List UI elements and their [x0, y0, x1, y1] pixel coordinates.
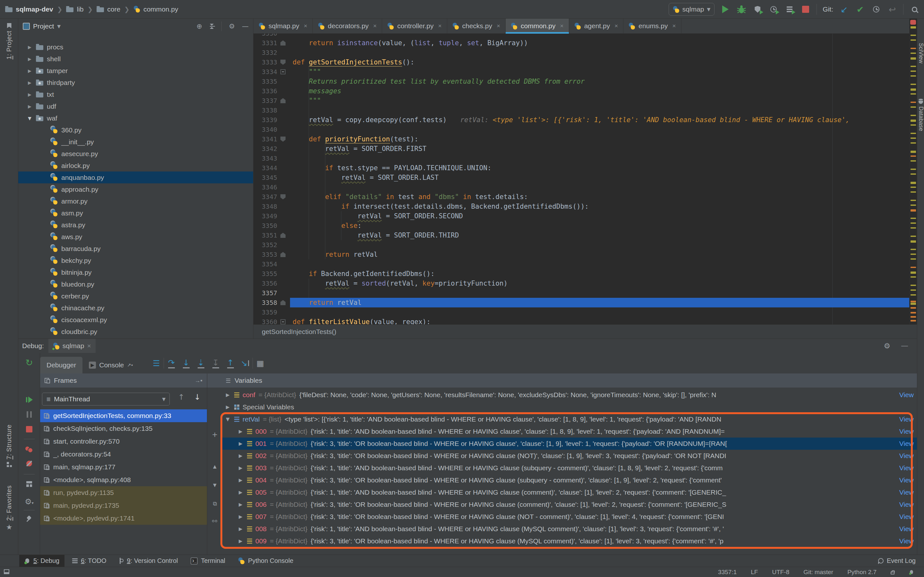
stop-button[interactable]: [800, 4, 811, 15]
run-configuration-select[interactable]: sqlmap ▼: [669, 3, 714, 16]
tree-arrow-icon[interactable]: ▶: [28, 45, 32, 50]
variable-row[interactable]: ▶003= {AttribDict}{'risk': 1, 'title': '…: [222, 462, 917, 474]
tab-checks.py[interactable]: checks.py×: [447, 19, 506, 33]
view-link[interactable]: View: [899, 488, 914, 496]
locate-button[interactable]: ⊕: [197, 23, 202, 30]
chevron-down-icon[interactable]: ▼: [57, 24, 61, 29]
close-icon[interactable]: ×: [87, 342, 91, 350]
scroll-up-button[interactable]: ▲: [207, 464, 222, 469]
project-item-barracuda.py[interactable]: barracuda.py: [18, 243, 254, 255]
tool-window-toggle[interactable]: [4, 569, 9, 574]
tree-arrow-icon[interactable]: ▶: [239, 465, 244, 471]
tree-arrow-icon[interactable]: ▶: [239, 538, 244, 544]
settings-gear-button[interactable]: ⚙: [884, 342, 890, 350]
event-log-button[interactable]: Event Log: [878, 554, 916, 567]
editor-error-stripe[interactable]: [909, 19, 917, 324]
view-link[interactable]: View: [899, 501, 914, 508]
show-execution-point-button[interactable]: ☰: [149, 359, 164, 368]
project-item-cloudbric.py[interactable]: cloudbric.py: [18, 326, 254, 338]
tree-arrow-icon[interactable]: ▼: [226, 416, 231, 422]
variable-row[interactable]: ▶006= {AttribDict}{'risk': 3, 'title': '…: [222, 498, 917, 511]
pin-button[interactable]: [18, 516, 40, 522]
tool-button-database[interactable]: Database: [917, 99, 924, 131]
python-interpreter-widget[interactable]: Python 2.7: [847, 569, 877, 576]
variable-row[interactable]: ▶Special Variables: [222, 401, 917, 413]
tree-arrow-icon[interactable]: ▶: [239, 514, 244, 520]
debug-settings-button[interactable]: ⚙▾: [18, 497, 40, 506]
tab-agent.py[interactable]: agent.py×: [569, 19, 624, 33]
tree-arrow-icon[interactable]: ▶: [226, 404, 231, 410]
tab-console[interactable]: ▶ Console ↗▪: [82, 357, 139, 374]
view-link[interactable]: View: [899, 525, 914, 533]
project-item-ciscoacexml.py[interactable]: ciscoacexml.py: [18, 314, 254, 326]
tree-arrow-icon[interactable]: ▶: [28, 92, 32, 97]
tree-arrow-icon[interactable]: ▶: [239, 429, 244, 434]
frame-row[interactable]: checkSqlInjection, checks.py:135: [40, 422, 207, 435]
evaluate-expression-button[interactable]: ▦: [253, 359, 268, 368]
view-link[interactable]: View: [899, 537, 914, 545]
project-item-aesecure.py[interactable]: aesecure.py: [18, 148, 254, 160]
run-with-coverage-button[interactable]: [752, 4, 762, 15]
lock-icon[interactable]: [891, 572, 895, 574]
close-icon[interactable]: ×: [614, 23, 618, 29]
project-item-waf[interactable]: ▼waf: [18, 112, 254, 124]
settings-gear-button[interactable]: ⚙: [229, 23, 235, 30]
variable-row[interactable]: ▶001= {AttribDict}{'risk': 3, 'title': '…: [222, 438, 917, 450]
tool-window-button-versioncontrol[interactable]: 9: Version Control: [114, 555, 183, 567]
tab-common.py[interactable]: common.py×: [506, 19, 569, 33]
breadcrumb-item-core[interactable]: core: [107, 5, 120, 13]
project-item-airlock.py[interactable]: airlock.py: [18, 160, 254, 171]
variable-row[interactable]: ▶007= {AttribDict}{'risk': 3, 'title': '…: [222, 511, 917, 523]
tool-window-button-todo[interactable]: 6: TODO: [67, 555, 111, 567]
tree-arrow-icon[interactable]: ▶: [239, 526, 244, 532]
view-link[interactable]: View: [899, 440, 914, 448]
tree-arrow-icon[interactable]: ▶: [239, 490, 244, 495]
tree-arrow-icon[interactable]: ▶: [28, 56, 32, 61]
frame-row[interactable]: <module>, pydevd.py:1741: [40, 512, 207, 525]
close-icon[interactable]: ×: [304, 23, 307, 29]
file-encoding[interactable]: UTF-8: [772, 569, 789, 576]
pause-button[interactable]: [18, 411, 40, 418]
frame-row[interactable]: _, decorators.py:54: [40, 448, 207, 461]
step-into-button[interactable]: ↓: [179, 358, 194, 368]
frame-row[interactable]: start, controller.py:570: [40, 435, 207, 448]
restore-layout-button[interactable]: ⧉: [207, 500, 222, 507]
variable-row[interactable]: ▶005= {AttribDict}{'risk': 1, 'title': '…: [222, 486, 917, 498]
restore-layout-button[interactable]: [18, 481, 40, 487]
step-out-button[interactable]: ↑: [223, 358, 238, 368]
hide-panel-button[interactable]: —: [242, 23, 249, 30]
close-icon[interactable]: ×: [373, 23, 376, 29]
tab-debugger[interactable]: Debugger: [40, 357, 82, 374]
stop-button[interactable]: [18, 426, 40, 432]
breadcrumb-item-common.py[interactable]: common.py: [144, 5, 178, 13]
tree-arrow-icon[interactable]: ▶: [28, 104, 32, 109]
tree-arrow-icon[interactable]: ▶: [239, 477, 244, 483]
close-icon[interactable]: ×: [672, 23, 676, 29]
add-watch-button[interactable]: +: [207, 430, 222, 438]
tree-arrow-icon[interactable]: ▶: [28, 80, 32, 85]
frame-row[interactable]: getSortedInjectionTests, common.py:33: [40, 409, 207, 422]
close-icon[interactable]: ×: [497, 23, 500, 29]
project-item-shell[interactable]: ▶shell: [18, 53, 254, 65]
variable-row[interactable]: ▶008= {AttribDict}{'risk': 1, 'title': '…: [222, 523, 917, 535]
tool-window-button-pythonconsole[interactable]: Python Console: [233, 555, 298, 567]
project-item-tamper[interactable]: ▶tamper: [18, 65, 254, 77]
variable-row[interactable]: ▶000= {AttribDict}{'risk': 1, 'title': '…: [222, 425, 917, 438]
tool-button-project[interactable]: 1: Project: [0, 23, 18, 59]
project-item-asm.py[interactable]: asm.py: [18, 207, 254, 219]
project-item-bluedon.py[interactable]: bluedon.py: [18, 278, 254, 290]
view-link[interactable]: View: [899, 416, 914, 423]
project-item-anquanbao.py[interactable]: anquanbao.py: [18, 171, 254, 183]
view-link[interactable]: View: [899, 464, 914, 472]
thread-selector[interactable]: ≣ MainThread ▼: [42, 393, 170, 406]
tree-arrow-icon[interactable]: ▶: [239, 453, 244, 459]
tree-arrow-icon[interactable]: ▶: [28, 68, 32, 73]
tab-decorators.py[interactable]: decorators.py×: [313, 19, 382, 33]
view-link[interactable]: View: [899, 513, 914, 521]
caret-position[interactable]: 3357:1: [718, 569, 737, 576]
project-item-txt[interactable]: ▶txt: [18, 89, 254, 100]
code-editor[interactable]: 33303331 return isinstance(value, (list,…: [254, 34, 909, 324]
close-icon[interactable]: ×: [438, 23, 441, 29]
project-item-udf[interactable]: ▶udf: [18, 100, 254, 112]
run-to-cursor-button[interactable]: ↘I: [238, 359, 252, 368]
